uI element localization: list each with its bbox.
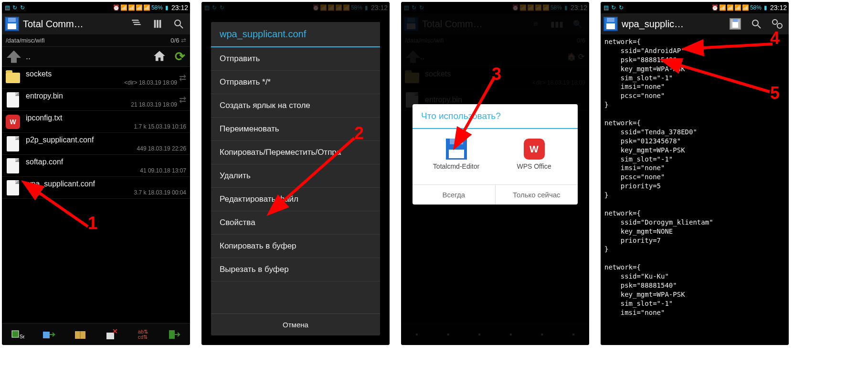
chooser-title: Что использовать? (413, 104, 578, 129)
title-bar: wpa_supplic… (601, 13, 789, 34)
refresh-icon[interactable]: ⟳ (175, 49, 185, 64)
svg-line-4 (180, 25, 183, 28)
svg-point-19 (752, 20, 758, 26)
file-meta: 1.7 k 15.03.19 10:16 (26, 123, 186, 130)
chooser-label: Totalcmd-Editor (433, 162, 479, 170)
copy-icon[interactable] (41, 327, 57, 342)
svg-rect-12 (169, 330, 175, 339)
status-bar: ▤ ↻ ↻ ⏰ 📶 📶 📶 📶 58% ▮ 23:12 (2, 2, 190, 13)
chevron-right-icon: ⇄ (179, 73, 186, 83)
screen-4: ▤↻↻ ⏰📶📶📶📶58%▮23:12 wpa_supplic… network=… (601, 2, 789, 345)
chooser-wps-office[interactable]: W WPS Office (506, 139, 563, 170)
wps-icon: W (6, 115, 20, 129)
battery-pct: 58% (151, 4, 163, 11)
editor-title: wpa_supplic… (622, 19, 723, 30)
chooser-once-button[interactable]: Только сейчас (496, 185, 578, 205)
home-icon[interactable] (153, 49, 166, 65)
svg-point-21 (773, 20, 777, 24)
svg-text:✕: ✕ (112, 329, 118, 335)
pack-icon[interactable] (72, 327, 88, 342)
file-meta: 41 09.10.18 13:07 (26, 167, 186, 174)
file-meta: <dir> 18.03.19 18:09 (26, 79, 177, 86)
search-icon[interactable] (748, 15, 765, 32)
svg-line-20 (758, 25, 761, 28)
file-icon (7, 158, 19, 173)
exit-icon[interactable] (166, 327, 182, 342)
menu-send-all[interactable]: Отправить */* (211, 71, 380, 94)
replace-icon[interactable] (769, 15, 786, 32)
screen-2: ▤↻↻ ⏰📶📶📶📶58%▮23:12 wpa_supplicant.conf О… (201, 2, 390, 345)
context-menu: wpa_supplicant.conf Отправить Отправить … (211, 22, 380, 335)
file-row[interactable]: softap.conf41 09.10.18 13:07 (2, 155, 190, 177)
menu-rename[interactable]: Переименовать (211, 118, 380, 141)
file-name: sockets (26, 70, 177, 78)
file-icon (7, 136, 19, 151)
menu-send[interactable]: Отправить (211, 47, 380, 71)
file-meta: 449 18.03.19 22:26 (26, 145, 186, 152)
file-row[interactable]: p2p_supplicant.conf449 18.03.19 22:26 (2, 133, 190, 155)
file-row[interactable]: entropy.bin21 18.03.19 18:09⇄ (2, 89, 190, 111)
app-chooser: Что использовать? Totalcmd-Editor W WPS … (413, 104, 578, 205)
file-meta: 21 18.03.19 18:09 (26, 101, 177, 108)
nav-toolbar: .. ⟳ (2, 47, 190, 67)
up-arrow-icon[interactable] (7, 51, 21, 63)
folder-icon (6, 73, 20, 83)
file-name: wpa_supplicant.conf (26, 180, 186, 188)
bottom-toolbar: Sel ✕ ab⇅cd⇅ (2, 323, 190, 345)
signal-icon: 📶 (128, 4, 135, 11)
file-name: ipconfig.txt (26, 114, 186, 122)
menu-copy-move[interactable]: Копировать/Переместить/Отпра (211, 141, 380, 164)
wifi-icon: 📶 (121, 4, 127, 11)
path-text: /data/misc/wifi (6, 37, 45, 44)
screen-1: ▤ ↻ ↻ ⏰ 📶 📶 📶 📶 58% ▮ 23:12 Total Comm… … (2, 2, 190, 345)
file-meta: 3.7 k 18.03.19 00:04 (26, 189, 186, 196)
select-icon[interactable]: Sel (10, 327, 26, 342)
sort-icon[interactable]: ab⇅cd⇅ (135, 327, 151, 342)
signal-icon: 📶 (144, 4, 150, 11)
chooser-always-button[interactable]: Всегда (413, 185, 496, 205)
file-icon (7, 180, 19, 195)
file-row[interactable]: Wipconfig.txt1.7 k 15.03.19 10:16 (2, 111, 190, 133)
svg-text:Sel: Sel (20, 334, 24, 339)
menu-delete[interactable]: Удалить (211, 164, 380, 188)
sync-icon: ↻ (11, 4, 18, 11)
file-list[interactable]: sockets<dir> 18.03.19 18:09⇄ entropy.bin… (2, 67, 190, 323)
save-icon[interactable] (727, 15, 744, 32)
app-disk-icon (5, 17, 19, 31)
menu-edit-file[interactable]: Редактировать файл (211, 188, 380, 211)
svg-rect-1 (157, 20, 159, 28)
file-row[interactable]: sockets<dir> 18.03.19 18:09⇄ (2, 67, 190, 89)
sync-icon: ↻ (19, 4, 26, 11)
app-disk-icon (603, 17, 618, 31)
delete-icon[interactable]: ✕ (104, 327, 120, 342)
file-name: entropy.bin (26, 92, 177, 100)
search-icon[interactable] (170, 15, 187, 32)
signal-icon: 📶 (136, 4, 143, 11)
history-icon[interactable] (128, 15, 145, 32)
menu-copy-clipboard[interactable]: Копировать в буфер (211, 235, 380, 258)
chevron-right-icon: ⇄ (179, 95, 186, 105)
battery-icon: ▮ (164, 4, 170, 11)
app-title: Total Comm… (23, 19, 124, 30)
menu-shortcut[interactable]: Создать ярлык на столе (211, 94, 380, 118)
title-bar: Total Comm… (2, 13, 190, 34)
alarm-icon: ⏰ (113, 4, 120, 11)
file-name: softap.conf (26, 158, 186, 166)
file-name: p2p_supplicant.conf (26, 136, 186, 144)
svg-point-22 (777, 23, 782, 28)
chooser-totalcmd-editor[interactable]: Totalcmd-Editor (428, 139, 485, 170)
svg-rect-2 (159, 20, 161, 28)
screen-3: ▤↻↻ ⏰📶📶📶📶58%▮23:12 Total Comm… ≡ ▮▮▮ 🔍 /… (401, 2, 589, 345)
path-bar[interactable]: /data/misc/wifi 0/6 ⇄ (2, 34, 190, 47)
menu-cut-clipboard[interactable]: Вырезать в буфер (211, 258, 380, 281)
parent-dir[interactable]: .. (26, 52, 31, 62)
menu-properties[interactable]: Свойства (211, 211, 380, 235)
chooser-label: WPS Office (517, 162, 551, 170)
editor-content[interactable]: network={ ssid="AndroidAP" psk="88881540… (601, 34, 789, 345)
file-row[interactable]: wpa_supplicant.conf3.7 k 18.03.19 00:04 (2, 177, 190, 199)
menu-cancel[interactable]: Отмена (211, 313, 380, 335)
gallery-icon: ▤ (4, 4, 11, 11)
bookmarks-icon[interactable] (149, 15, 166, 32)
file-icon (7, 92, 19, 108)
svg-rect-7 (43, 332, 50, 338)
